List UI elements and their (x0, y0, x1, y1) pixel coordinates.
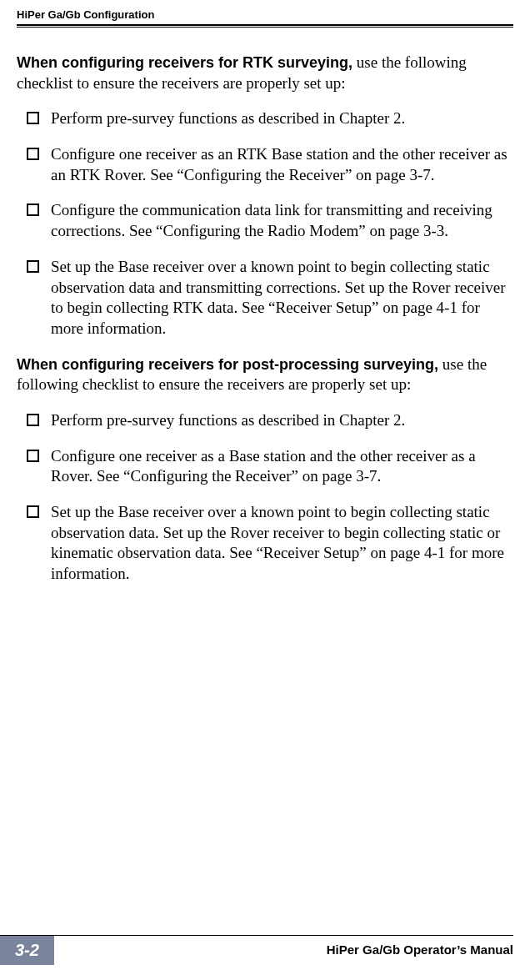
checkbox-icon (27, 260, 39, 273)
checklist-item: Set up the Base receiver over a known po… (17, 502, 513, 585)
checklist-item: Set up the Base receiver over a known po… (17, 257, 513, 339)
checklist-text: Configure one receiver as an RTK Base st… (51, 144, 513, 185)
checklist-item: Configure one receiver as a Base station… (17, 446, 513, 487)
checklist-text: Perform pre-survey functions as describe… (51, 108, 513, 129)
footer-row: 3-2 HiPer Ga/Gb Operator’s Manual (0, 936, 530, 965)
checkbox-icon (27, 112, 39, 124)
checklist-item: Configure one receiver as an RTK Base st… (17, 144, 513, 185)
header-title: HiPer Ga/Gb Configuration (17, 8, 154, 21)
page-header: HiPer Ga/Gb Configuration (17, 0, 513, 24)
checkbox-icon (27, 148, 39, 160)
section-intro-pp: When configuring receivers for post-proc… (17, 354, 513, 395)
checklist-text: Configure the communication data link fo… (51, 200, 513, 241)
checklist-text: Perform pre-survey functions as describe… (51, 410, 513, 431)
checklist-item: Configure the communication data link fo… (17, 200, 513, 241)
checklist-item: Perform pre-survey functions as describe… (17, 108, 513, 129)
section-lead-rtk: When configuring receivers for RTK surve… (17, 54, 352, 71)
checkbox-icon (27, 505, 39, 518)
checklist-text: Set up the Base receiver over a known po… (51, 257, 513, 339)
checklist-item: Perform pre-survey functions as describe… (17, 410, 513, 431)
page-footer: 3-2 HiPer Ga/Gb Operator’s Manual (0, 935, 530, 965)
manual-title: HiPer Ga/Gb Operator’s Manual (54, 936, 530, 965)
section-lead-pp: When configuring receivers for post-proc… (17, 356, 438, 373)
checkbox-icon (27, 414, 39, 426)
checkbox-icon (27, 450, 39, 462)
checklist-text: Set up the Base receiver over a known po… (51, 502, 513, 585)
section-intro-rtk: When configuring receivers for RTK surve… (17, 53, 513, 93)
page-number: 3-2 (0, 936, 54, 965)
checklist-text: Configure one receiver as a Base station… (51, 446, 513, 487)
checkbox-icon (27, 204, 39, 216)
header-rule (17, 24, 513, 28)
content-area: When configuring receivers for RTK surve… (17, 53, 513, 585)
